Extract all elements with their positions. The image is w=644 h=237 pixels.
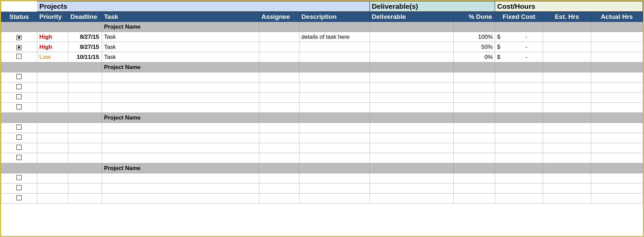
assignee-cell[interactable]: [259, 173, 299, 183]
deliverable-cell[interactable]: [369, 93, 453, 103]
status-cell[interactable]: [1, 103, 37, 113]
col-assignee[interactable]: Assignee: [259, 12, 299, 22]
status-checkbox-icon[interactable]: [17, 84, 22, 89]
deliverable-cell[interactable]: [369, 183, 453, 194]
status-cell[interactable]: [1, 123, 37, 133]
status-checkbox-icon[interactable]: [17, 195, 22, 200]
fixed-cost-cell[interactable]: [495, 153, 543, 163]
project-cell[interactable]: [259, 22, 299, 32]
deadline-cell[interactable]: 8/27/15: [68, 32, 102, 42]
actual-hrs-cell[interactable]: [591, 42, 643, 52]
description-cell[interactable]: [299, 52, 369, 62]
col-deliverable[interactable]: Deliverable: [369, 12, 453, 22]
deliverable-cell[interactable]: [369, 72, 453, 82]
est-hrs-cell[interactable]: [543, 143, 591, 153]
description-cell[interactable]: [299, 153, 369, 163]
deadline-cell[interactable]: [68, 183, 102, 194]
fixed-cost-cell[interactable]: $-: [495, 32, 543, 42]
project-name-cell[interactable]: Project Name: [102, 113, 259, 123]
status-cell[interactable]: [1, 194, 37, 204]
status-cell[interactable]: [1, 52, 37, 62]
deadline-cell[interactable]: [68, 93, 102, 103]
est-hrs-cell[interactable]: [543, 133, 591, 143]
actual-hrs-cell[interactable]: [591, 52, 643, 62]
assignee-cell[interactable]: [259, 183, 299, 194]
project-cell[interactable]: [453, 113, 495, 123]
priority-cell[interactable]: [37, 194, 68, 204]
col-pct-done[interactable]: % Done: [453, 12, 495, 22]
project-cell[interactable]: [299, 22, 369, 32]
actual-hrs-cell[interactable]: [591, 194, 643, 204]
pct-done-cell[interactable]: [453, 93, 495, 103]
priority-cell[interactable]: [37, 143, 68, 153]
description-cell[interactable]: [299, 183, 369, 194]
assignee-cell[interactable]: [259, 123, 299, 133]
project-cell[interactable]: [591, 113, 643, 123]
priority-cell[interactable]: [37, 153, 68, 163]
fixed-cost-cell[interactable]: [495, 183, 543, 194]
deliverable-cell[interactable]: [369, 52, 453, 62]
fixed-cost-cell[interactable]: [495, 72, 543, 82]
project-cell[interactable]: [591, 62, 643, 72]
status-cell[interactable]: [1, 133, 37, 143]
pct-done-cell[interactable]: [453, 82, 495, 93]
deadline-cell[interactable]: [68, 133, 102, 143]
deliverable-cell[interactable]: [369, 82, 453, 93]
est-hrs-cell[interactable]: [543, 42, 591, 52]
priority-cell[interactable]: [37, 93, 68, 103]
project-cell[interactable]: [299, 163, 369, 173]
fixed-cost-cell[interactable]: [495, 103, 543, 113]
project-cell[interactable]: [543, 22, 591, 32]
task-cell[interactable]: Task: [102, 52, 259, 62]
pct-done-cell[interactable]: 0%: [453, 52, 495, 62]
task-cell[interactable]: Task: [102, 42, 259, 52]
est-hrs-cell[interactable]: [543, 173, 591, 183]
fixed-cost-cell[interactable]: [495, 173, 543, 183]
assignee-cell[interactable]: [259, 194, 299, 204]
description-cell[interactable]: [299, 42, 369, 52]
est-hrs-cell[interactable]: [543, 32, 591, 42]
pct-done-cell[interactable]: [453, 173, 495, 183]
actual-hrs-cell[interactable]: [591, 183, 643, 194]
status-checkbox-icon[interactable]: [17, 94, 22, 99]
project-cell[interactable]: [259, 163, 299, 173]
task-cell[interactable]: Task: [102, 32, 259, 42]
pct-done-cell[interactable]: [453, 123, 495, 133]
deadline-cell[interactable]: [68, 82, 102, 93]
status-cell[interactable]: [1, 72, 37, 82]
est-hrs-cell[interactable]: [543, 183, 591, 194]
priority-cell[interactable]: [37, 103, 68, 113]
project-cell[interactable]: [369, 62, 453, 72]
task-cell[interactable]: [102, 173, 259, 183]
fixed-cost-cell[interactable]: [495, 133, 543, 143]
status-checkbox-icon[interactable]: [17, 135, 22, 140]
task-cell[interactable]: [102, 103, 259, 113]
deliverable-cell[interactable]: [369, 123, 453, 133]
est-hrs-cell[interactable]: [543, 93, 591, 103]
description-cell[interactable]: [299, 123, 369, 133]
actual-hrs-cell[interactable]: [591, 32, 643, 42]
col-fixed-cost[interactable]: Fixed Cost: [495, 12, 543, 22]
deliverable-cell[interactable]: [369, 173, 453, 183]
status-cell[interactable]: [1, 183, 37, 194]
project-cell[interactable]: [495, 22, 543, 32]
task-cell[interactable]: [102, 82, 259, 93]
col-est-hrs[interactable]: Est. Hrs: [543, 12, 591, 22]
deadline-cell[interactable]: [68, 123, 102, 133]
status-checkbox-icon[interactable]: [17, 74, 22, 79]
assignee-cell[interactable]: [259, 143, 299, 153]
deliverable-cell[interactable]: [369, 194, 453, 204]
status-checkbox-icon[interactable]: [17, 185, 22, 190]
deliverable-cell[interactable]: [369, 103, 453, 113]
assignee-cell[interactable]: [259, 103, 299, 113]
task-cell[interactable]: [102, 194, 259, 204]
actual-hrs-cell[interactable]: [591, 173, 643, 183]
actual-hrs-cell[interactable]: [591, 133, 643, 143]
priority-cell[interactable]: [37, 82, 68, 93]
task-cell[interactable]: [102, 133, 259, 143]
project-cell[interactable]: [369, 113, 453, 123]
actual-hrs-cell[interactable]: [591, 143, 643, 153]
actual-hrs-cell[interactable]: [591, 153, 643, 163]
deadline-cell[interactable]: 8/27/15: [68, 42, 102, 52]
status-checkbox-icon[interactable]: [17, 35, 22, 40]
